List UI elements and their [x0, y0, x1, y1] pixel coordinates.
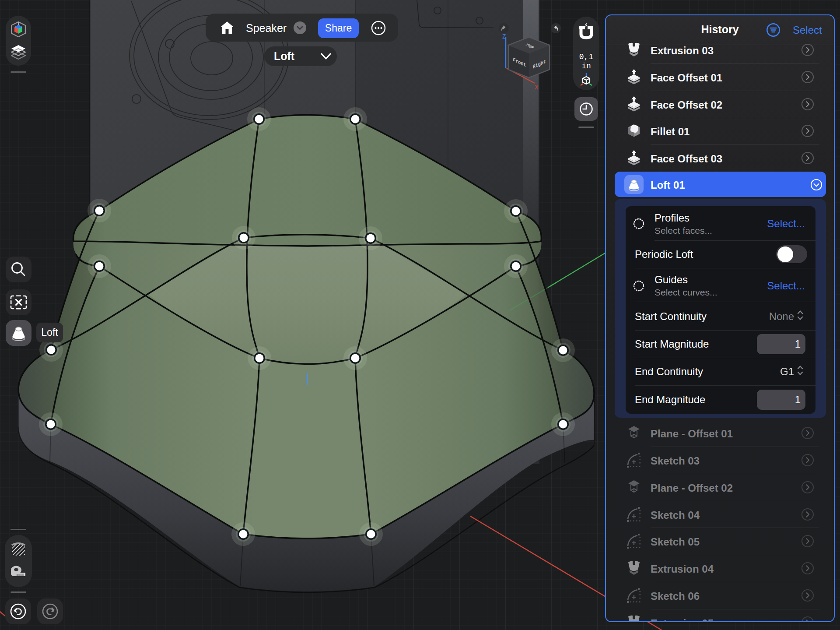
- svg-text:Z: Z: [502, 33, 506, 40]
- svg-text:X: X: [535, 84, 539, 92]
